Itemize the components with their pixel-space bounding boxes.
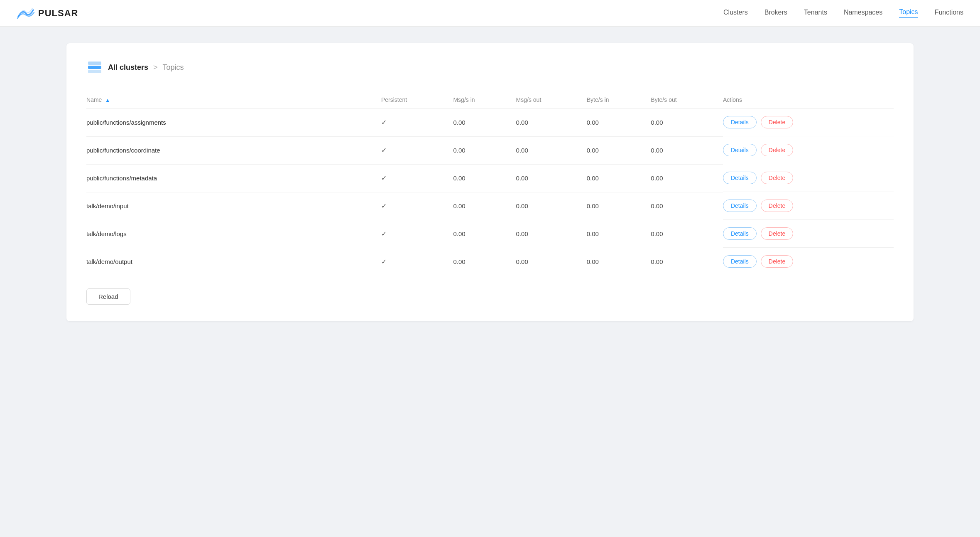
nav-item-clusters[interactable]: Clusters <box>723 9 748 18</box>
table-row: talk/demo/output ✓ 0.00 0.00 0.00 0.00 D… <box>86 248 894 275</box>
topics-table: Name ▲ Persistent Msg/s in Msg/s out Byt… <box>86 91 894 275</box>
logo: PULSAR <box>17 6 78 21</box>
cell-actions: Details Delete <box>723 192 894 220</box>
checkmark-icon: ✓ <box>381 202 387 209</box>
svg-rect-1 <box>88 66 101 69</box>
cell-persistent: ✓ <box>381 192 453 220</box>
cell-bytes-out: 0.00 <box>651 164 723 192</box>
cell-bytes-in: 0.00 <box>587 108 651 137</box>
cell-msgs-in: 0.00 <box>453 220 516 248</box>
checkmark-icon: ✓ <box>381 258 387 265</box>
delete-button[interactable]: Delete <box>761 255 793 268</box>
col-msgs-in: Msg/s in <box>453 91 516 108</box>
checkmark-icon: ✓ <box>381 147 387 154</box>
nav-item-namespaces[interactable]: Namespaces <box>844 9 882 18</box>
cell-msgs-in: 0.00 <box>453 248 516 275</box>
table-row: public/functions/assignments ✓ 0.00 0.00… <box>86 108 894 137</box>
sort-icon[interactable]: ▲ <box>105 97 110 103</box>
main-nav: Clusters Brokers Tenants Namespaces Topi… <box>723 8 963 18</box>
breadcrumb-separator: > <box>153 63 158 72</box>
cell-msgs-out: 0.00 <box>516 192 587 220</box>
cell-actions: Details Delete <box>723 164 894 192</box>
cell-msgs-out: 0.00 <box>516 136 587 164</box>
cell-name: public/functions/metadata <box>86 164 381 192</box>
col-bytes-out: Byte/s out <box>651 91 723 108</box>
col-name: Name ▲ <box>86 91 381 108</box>
checkmark-icon: ✓ <box>381 230 387 237</box>
checkmark-icon: ✓ <box>381 175 387 182</box>
delete-button[interactable]: Delete <box>761 144 793 156</box>
cell-name: talk/demo/output <box>86 248 381 275</box>
cell-bytes-in: 0.00 <box>587 220 651 248</box>
pulsar-logo-icon <box>17 6 35 21</box>
col-actions: Actions <box>723 91 894 108</box>
col-persistent: Persistent <box>381 91 453 108</box>
breadcrumb: All clusters > Topics <box>86 60 894 75</box>
delete-button[interactable]: Delete <box>761 172 793 184</box>
cell-persistent: ✓ <box>381 136 453 164</box>
main-content: All clusters > Topics Name ▲ Persistent … <box>0 27 980 338</box>
cell-persistent: ✓ <box>381 220 453 248</box>
nav-item-tenants[interactable]: Tenants <box>804 9 827 18</box>
table-header-row: Name ▲ Persistent Msg/s in Msg/s out Byt… <box>86 91 894 108</box>
cell-persistent: ✓ <box>381 248 453 275</box>
details-button[interactable]: Details <box>723 255 757 268</box>
header: PULSAR Clusters Brokers Tenants Namespac… <box>0 0 980 27</box>
cell-actions: Details Delete <box>723 108 894 136</box>
topics-icon <box>86 60 103 75</box>
nav-item-brokers[interactable]: Brokers <box>764 9 787 18</box>
cell-name: public/functions/coordinate <box>86 136 381 164</box>
cell-msgs-in: 0.00 <box>453 136 516 164</box>
cell-bytes-out: 0.00 <box>651 248 723 275</box>
delete-button[interactable]: Delete <box>761 200 793 212</box>
nav-item-topics[interactable]: Topics <box>899 8 918 18</box>
details-button[interactable]: Details <box>723 116 757 128</box>
cell-bytes-out: 0.00 <box>651 108 723 137</box>
cell-name: public/functions/assignments <box>86 108 381 137</box>
table-row: talk/demo/input ✓ 0.00 0.00 0.00 0.00 De… <box>86 192 894 220</box>
cell-msgs-out: 0.00 <box>516 248 587 275</box>
cell-msgs-out: 0.00 <box>516 108 587 137</box>
cell-actions: Details Delete <box>723 136 894 164</box>
details-button[interactable]: Details <box>723 200 757 212</box>
nav-item-functions[interactable]: Functions <box>935 9 963 18</box>
cell-bytes-in: 0.00 <box>587 192 651 220</box>
cell-bytes-out: 0.00 <box>651 192 723 220</box>
cell-actions: Details Delete <box>723 220 894 248</box>
cell-msgs-in: 0.00 <box>453 164 516 192</box>
cell-msgs-out: 0.00 <box>516 220 587 248</box>
logo-text: PULSAR <box>38 8 78 19</box>
cell-bytes-in: 0.00 <box>587 164 651 192</box>
svg-rect-0 <box>88 62 101 65</box>
cell-bytes-out: 0.00 <box>651 220 723 248</box>
reload-button[interactable]: Reload <box>86 288 130 305</box>
breadcrumb-all-clusters[interactable]: All clusters <box>108 63 148 72</box>
cell-name: talk/demo/input <box>86 192 381 220</box>
cell-msgs-in: 0.00 <box>453 108 516 137</box>
cell-bytes-in: 0.00 <box>587 136 651 164</box>
cell-actions: Details Delete <box>723 248 894 275</box>
cell-persistent: ✓ <box>381 108 453 137</box>
cell-bytes-out: 0.00 <box>651 136 723 164</box>
delete-button[interactable]: Delete <box>761 227 793 240</box>
details-button[interactable]: Details <box>723 172 757 184</box>
col-bytes-in: Byte/s in <box>587 91 651 108</box>
delete-button[interactable]: Delete <box>761 116 793 128</box>
details-button[interactable]: Details <box>723 144 757 156</box>
table-row: talk/demo/logs ✓ 0.00 0.00 0.00 0.00 Det… <box>86 220 894 248</box>
col-msgs-out: Msg/s out <box>516 91 587 108</box>
table-row: public/functions/metadata ✓ 0.00 0.00 0.… <box>86 164 894 192</box>
cell-persistent: ✓ <box>381 164 453 192</box>
cell-bytes-in: 0.00 <box>587 248 651 275</box>
content-card: All clusters > Topics Name ▲ Persistent … <box>66 43 914 321</box>
cell-msgs-out: 0.00 <box>516 164 587 192</box>
checkmark-icon: ✓ <box>381 119 387 126</box>
details-button[interactable]: Details <box>723 227 757 240</box>
svg-rect-2 <box>88 70 101 73</box>
breadcrumb-current: Topics <box>163 63 184 72</box>
table-row: public/functions/coordinate ✓ 0.00 0.00 … <box>86 136 894 164</box>
cell-msgs-in: 0.00 <box>453 192 516 220</box>
cell-name: talk/demo/logs <box>86 220 381 248</box>
